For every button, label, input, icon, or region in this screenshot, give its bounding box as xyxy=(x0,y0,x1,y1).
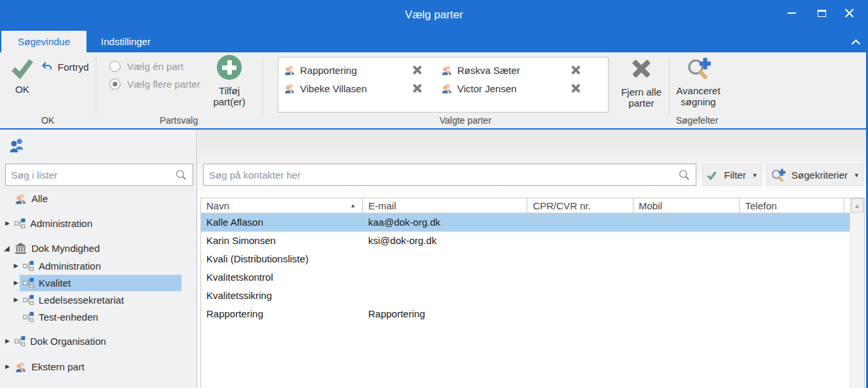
tree-collapsed-icon[interactable]: ▶ xyxy=(14,262,18,269)
table-row[interactable]: Kvalitetskontrol xyxy=(201,268,850,287)
ok-button[interactable]: OK xyxy=(5,56,39,114)
chevron-up-icon xyxy=(851,39,861,45)
column-header-mobil[interactable]: Mobil xyxy=(633,198,740,213)
tree-collapsed-icon[interactable]: ▶ xyxy=(14,279,18,286)
plus-circle-icon xyxy=(217,55,242,80)
scroll-up-button[interactable]: ▲ xyxy=(851,198,863,213)
contact-icon xyxy=(441,65,452,76)
search-icon xyxy=(678,169,690,181)
column-header-navn[interactable]: Navn ▲ xyxy=(201,198,362,213)
radio-icon xyxy=(109,61,121,72)
close-button[interactable] xyxy=(834,0,864,26)
contact-search-box xyxy=(203,164,696,186)
ribbon: OK Fortryd OK Vælg én part Vælg flere pa… xyxy=(0,52,868,130)
table-row[interactable]: Rapportering Rapportering xyxy=(201,305,850,323)
ribbon-collapse-button[interactable] xyxy=(848,36,863,48)
advanced-search-label-line2: søgning xyxy=(672,96,725,107)
chevron-down-icon: ▼ xyxy=(752,172,758,179)
maximize-icon xyxy=(818,10,826,17)
advanced-search-button[interactable]: Avanceret søgning xyxy=(672,55,725,107)
remove-party-icon[interactable] xyxy=(571,83,581,94)
tree-item-label: Kvalitet xyxy=(39,277,71,289)
party-name: Vibeke Villasen xyxy=(300,83,367,94)
tree-item-dok-organisation[interactable]: ▶ Dok Organisation xyxy=(0,333,197,350)
radio-multiple-parties[interactable]: Vælg flere parter xyxy=(109,79,200,90)
remove-party-icon[interactable] xyxy=(412,83,423,94)
radio-single-party[interactable]: Vælg én part xyxy=(109,61,183,72)
tree-collapsed-icon[interactable]: ▶ xyxy=(14,296,18,303)
tree-item-test-enheden[interactable]: Test-enheden xyxy=(0,309,197,326)
tree-item-kvalitet[interactable]: ▶ Kvalitet xyxy=(0,275,197,292)
party-name: Victor Jensen xyxy=(457,83,517,94)
selected-parties-box: Rapportering Vibeke Villasen Røskva Sæte… xyxy=(278,57,609,113)
tree-expanded-icon[interactable]: ◢ xyxy=(4,244,9,253)
undo-icon xyxy=(41,61,53,73)
sort-ascending-icon[interactable]: ▲ xyxy=(350,202,356,209)
ribbon-separator xyxy=(669,58,670,114)
minimize-button[interactable] xyxy=(776,0,806,26)
tree-collapsed-icon[interactable]: ▶ xyxy=(5,363,10,370)
tree-item-administration[interactable]: ▶ Administration xyxy=(0,215,197,232)
contact-icon xyxy=(284,83,295,94)
tree-item-label: Ekstern part xyxy=(31,361,85,372)
tab-soegevindue[interactable]: Søgevindue xyxy=(1,31,86,52)
tree-item-ledelsessekretariat[interactable]: ▶ Ledelsessekretariat xyxy=(0,292,197,309)
org-unit-icon xyxy=(14,218,26,229)
table-row-selected[interactable]: Kalle Aflason kaa@dok-org.dk xyxy=(201,213,850,232)
party-chip: Vibeke Villasen xyxy=(284,79,367,97)
contact-search-input[interactable] xyxy=(204,164,678,185)
ok-button-label: OK xyxy=(5,84,39,95)
remove-party-icon[interactable] xyxy=(571,65,581,75)
remove-all-label-line2: parter xyxy=(616,97,666,109)
tree-item-ekstern-part[interactable]: ▶ Ekstern part xyxy=(0,359,197,376)
ribbon-separator xyxy=(96,58,96,114)
sidebar-search-box xyxy=(5,164,193,186)
tree-item-alle[interactable]: Alle xyxy=(0,190,197,207)
filter-button[interactable]: Filter ▼ xyxy=(702,164,761,186)
tree-item-administration-child[interactable]: ▶ Administration xyxy=(0,258,197,275)
tree-item-label: Administration xyxy=(30,218,92,229)
org-unit-icon xyxy=(23,294,34,306)
remove-all-icon xyxy=(631,58,652,79)
ribbon-separator xyxy=(262,58,263,114)
radio-single-label: Vælg én part xyxy=(127,61,183,72)
group-label-ok: OK xyxy=(0,115,96,127)
table-row[interactable]: Karin Simonsen ksi@dok-org.dk xyxy=(201,232,850,250)
tree-item-label: Alle xyxy=(31,193,48,204)
sidebar: Alle ▶ Administration ◢ Dok Myndighed ▶ … xyxy=(0,130,197,388)
vertical-scrollbar[interactable]: ▲ xyxy=(850,198,864,388)
org-unit-icon xyxy=(14,336,26,347)
tree-collapsed-icon[interactable]: ▶ xyxy=(5,220,10,226)
group-label-partsvalg: Partsvalg xyxy=(96,115,262,127)
search-criteria-button[interactable]: Søgekriterier ▼ xyxy=(766,164,863,186)
contacts-table: Navn ▲ E-mail CPR/CVR nr. Mobil Telefon xyxy=(200,198,865,388)
tree-collapsed-icon[interactable]: ▶ xyxy=(5,338,10,344)
window-title: Vælg parter xyxy=(0,9,868,22)
sidebar-search-input[interactable] xyxy=(6,164,175,185)
table-row[interactable]: Kvali (Distributionsliste) xyxy=(201,250,850,268)
contact-icon xyxy=(14,193,26,205)
party-name: Rapportering xyxy=(300,65,357,76)
column-header-cpr-cvr[interactable]: CPR/CVR nr. xyxy=(527,198,633,213)
bank-icon xyxy=(14,242,27,255)
remove-party-icon[interactable] xyxy=(412,65,423,75)
titlebar: Vælg parter xyxy=(0,0,868,31)
chevron-down-icon: ▼ xyxy=(854,172,859,179)
filter-button-label: Filter xyxy=(724,169,745,181)
org-unit-icon xyxy=(23,311,34,323)
undo-button-label: Fortryd xyxy=(58,62,89,73)
check-icon xyxy=(8,56,37,80)
table-row[interactable]: Kvalitetssikring xyxy=(201,287,850,305)
column-header-email[interactable]: E-mail xyxy=(362,198,527,213)
undo-button[interactable]: Fortryd xyxy=(41,61,89,73)
tab-indstillinger[interactable]: Indstillinger xyxy=(86,31,165,52)
remove-all-parties-button[interactable]: Fjern alle parter xyxy=(616,55,666,109)
radio-multiple-label: Vælg flere parter xyxy=(127,79,200,90)
contact-icon xyxy=(284,65,295,76)
tree-item-label: Dok Myndighed xyxy=(31,243,100,254)
maximize-button[interactable] xyxy=(806,0,837,26)
advanced-search-label-line1: Avanceret xyxy=(672,85,725,96)
column-header-telefon[interactable]: Telefon xyxy=(739,198,844,213)
tree-item-dok-myndighed[interactable]: ◢ Dok Myndighed xyxy=(0,240,197,257)
add-parties-button[interactable]: Tilføj part(er) xyxy=(207,55,252,107)
